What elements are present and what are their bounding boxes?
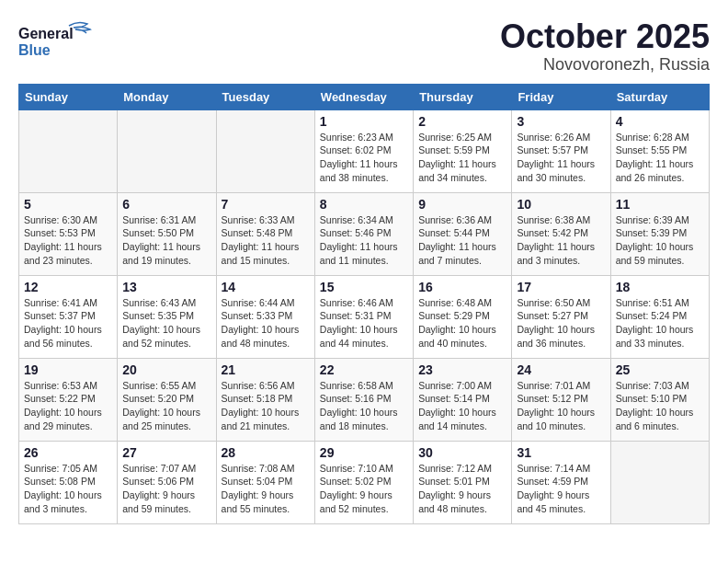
day-info: Sunrise: 6:48 AM Sunset: 5:29 PM Dayligh…	[418, 296, 506, 350]
day-info: Sunrise: 7:10 AM Sunset: 5:02 PM Dayligh…	[320, 462, 408, 516]
calendar-cell: 2Sunrise: 6:25 AM Sunset: 5:59 PM Daylig…	[414, 109, 512, 192]
day-number: 25	[616, 362, 704, 377]
day-info: Sunrise: 7:05 AM Sunset: 5:08 PM Dayligh…	[24, 462, 112, 516]
calendar-cell: 15Sunrise: 6:46 AM Sunset: 5:31 PM Dayli…	[314, 275, 413, 358]
calendar-cell	[19, 109, 118, 192]
calendar-cell: 28Sunrise: 7:08 AM Sunset: 5:04 PM Dayli…	[216, 441, 314, 523]
day-number: 4	[616, 114, 704, 129]
day-info: Sunrise: 6:34 AM Sunset: 5:46 PM Dayligh…	[320, 213, 408, 268]
page-header: General Blue October 2025 Novovoronezh, …	[18, 18, 710, 75]
svg-text:General: General	[18, 26, 74, 41]
day-number: 14	[222, 280, 310, 294]
day-number: 16	[418, 280, 506, 294]
day-info: Sunrise: 6:46 AM Sunset: 5:31 PM Dayligh…	[320, 296, 408, 350]
day-info: Sunrise: 7:14 AM Sunset: 4:59 PM Dayligh…	[517, 462, 605, 516]
calendar-cell: 9Sunrise: 6:36 AM Sunset: 5:44 PM Daylig…	[414, 192, 512, 275]
calendar-cell: 5Sunrise: 6:30 AM Sunset: 5:53 PM Daylig…	[19, 192, 118, 275]
calendar-cell: 24Sunrise: 7:01 AM Sunset: 5:12 PM Dayli…	[512, 358, 610, 441]
day-number: 2	[418, 114, 506, 129]
calendar-cell: 31Sunrise: 7:14 AM Sunset: 4:59 PM Dayli…	[512, 441, 610, 523]
logo: General Blue	[18, 18, 101, 60]
day-info: Sunrise: 6:23 AM Sunset: 6:02 PM Dayligh…	[320, 131, 408, 185]
day-number: 19	[24, 362, 112, 377]
day-number: 27	[122, 445, 210, 460]
day-number: 26	[24, 445, 112, 460]
day-number: 10	[517, 197, 605, 212]
weekday-header-thursday: Thursday	[414, 84, 512, 109]
calendar-cell: 29Sunrise: 7:10 AM Sunset: 5:02 PM Dayli…	[314, 441, 413, 523]
day-number: 13	[122, 280, 210, 294]
calendar-cell: 11Sunrise: 6:39 AM Sunset: 5:39 PM Dayli…	[610, 192, 709, 275]
day-info: Sunrise: 6:33 AM Sunset: 5:48 PM Dayligh…	[222, 213, 310, 268]
weekday-header-row: SundayMondayTuesdayWednesdayThursdayFrid…	[19, 84, 710, 109]
day-number: 23	[418, 362, 506, 377]
calendar-week-2: 5Sunrise: 6:30 AM Sunset: 5:53 PM Daylig…	[19, 192, 710, 275]
calendar-cell: 30Sunrise: 7:12 AM Sunset: 5:01 PM Dayli…	[414, 441, 512, 523]
day-info: Sunrise: 6:56 AM Sunset: 5:18 PM Dayligh…	[222, 379, 310, 433]
calendar-cell: 8Sunrise: 6:34 AM Sunset: 5:46 PM Daylig…	[314, 192, 413, 275]
day-info: Sunrise: 6:53 AM Sunset: 5:22 PM Dayligh…	[24, 379, 112, 433]
calendar-cell	[610, 441, 709, 523]
calendar-week-4: 19Sunrise: 6:53 AM Sunset: 5:22 PM Dayli…	[19, 358, 710, 441]
day-number: 11	[616, 197, 704, 212]
calendar-cell: 13Sunrise: 6:43 AM Sunset: 5:35 PM Dayli…	[118, 275, 216, 358]
location-title: Novovoronezh, Russia	[500, 55, 710, 75]
day-info: Sunrise: 6:55 AM Sunset: 5:20 PM Dayligh…	[122, 379, 210, 433]
day-info: Sunrise: 7:08 AM Sunset: 5:04 PM Dayligh…	[222, 462, 310, 516]
calendar-cell: 10Sunrise: 6:38 AM Sunset: 5:42 PM Dayli…	[512, 192, 610, 275]
month-title: October 2025	[500, 18, 710, 55]
logo-svg: General Blue	[18, 18, 101, 60]
day-info: Sunrise: 7:12 AM Sunset: 5:01 PM Dayligh…	[418, 462, 506, 516]
day-number: 30	[418, 445, 506, 460]
day-number: 22	[320, 362, 408, 377]
calendar-cell: 4Sunrise: 6:28 AM Sunset: 5:55 PM Daylig…	[610, 109, 709, 192]
day-info: Sunrise: 6:26 AM Sunset: 5:57 PM Dayligh…	[517, 131, 605, 185]
weekday-header-saturday: Saturday	[610, 84, 709, 109]
day-number: 9	[418, 197, 506, 212]
day-info: Sunrise: 6:43 AM Sunset: 5:35 PM Dayligh…	[122, 296, 210, 350]
day-number: 21	[222, 362, 310, 377]
day-number: 6	[122, 197, 210, 212]
calendar-week-1: 1Sunrise: 6:23 AM Sunset: 6:02 PM Daylig…	[19, 109, 710, 192]
day-info: Sunrise: 6:31 AM Sunset: 5:50 PM Dayligh…	[122, 213, 210, 268]
title-block: October 2025 Novovoronezh, Russia	[500, 18, 710, 75]
day-number: 8	[320, 197, 408, 212]
calendar-cell: 12Sunrise: 6:41 AM Sunset: 5:37 PM Dayli…	[19, 275, 118, 358]
day-info: Sunrise: 6:25 AM Sunset: 5:59 PM Dayligh…	[418, 131, 506, 185]
calendar-cell: 3Sunrise: 6:26 AM Sunset: 5:57 PM Daylig…	[512, 109, 610, 192]
calendar-cell: 6Sunrise: 6:31 AM Sunset: 5:50 PM Daylig…	[118, 192, 216, 275]
day-info: Sunrise: 6:36 AM Sunset: 5:44 PM Dayligh…	[418, 213, 506, 268]
day-number: 7	[222, 197, 310, 212]
calendar-cell: 7Sunrise: 6:33 AM Sunset: 5:48 PM Daylig…	[216, 192, 314, 275]
weekday-header-wednesday: Wednesday	[314, 84, 413, 109]
svg-text:Blue: Blue	[18, 42, 51, 58]
day-number: 28	[222, 445, 310, 460]
calendar-cell: 21Sunrise: 6:56 AM Sunset: 5:18 PM Dayli…	[216, 358, 314, 441]
day-info: Sunrise: 6:30 AM Sunset: 5:53 PM Dayligh…	[24, 213, 112, 268]
calendar-cell: 27Sunrise: 7:07 AM Sunset: 5:06 PM Dayli…	[118, 441, 216, 523]
weekday-header-tuesday: Tuesday	[216, 84, 314, 109]
day-info: Sunrise: 6:50 AM Sunset: 5:27 PM Dayligh…	[517, 296, 605, 350]
weekday-header-friday: Friday	[512, 84, 610, 109]
day-info: Sunrise: 7:00 AM Sunset: 5:14 PM Dayligh…	[418, 379, 506, 433]
day-number: 20	[122, 362, 210, 377]
day-info: Sunrise: 7:01 AM Sunset: 5:12 PM Dayligh…	[517, 379, 605, 433]
calendar-cell: 22Sunrise: 6:58 AM Sunset: 5:16 PM Dayli…	[314, 358, 413, 441]
calendar-cell: 23Sunrise: 7:00 AM Sunset: 5:14 PM Dayli…	[414, 358, 512, 441]
calendar-cell: 25Sunrise: 7:03 AM Sunset: 5:10 PM Dayli…	[610, 358, 709, 441]
calendar-cell: 14Sunrise: 6:44 AM Sunset: 5:33 PM Dayli…	[216, 275, 314, 358]
calendar-week-3: 12Sunrise: 6:41 AM Sunset: 5:37 PM Dayli…	[19, 275, 710, 358]
day-number: 5	[24, 197, 112, 212]
day-number: 29	[320, 445, 408, 460]
calendar-cell: 19Sunrise: 6:53 AM Sunset: 5:22 PM Dayli…	[19, 358, 118, 441]
day-info: Sunrise: 6:28 AM Sunset: 5:55 PM Dayligh…	[616, 131, 704, 185]
calendar-cell: 20Sunrise: 6:55 AM Sunset: 5:20 PM Dayli…	[118, 358, 216, 441]
day-info: Sunrise: 6:58 AM Sunset: 5:16 PM Dayligh…	[320, 379, 408, 433]
calendar-week-5: 26Sunrise: 7:05 AM Sunset: 5:08 PM Dayli…	[19, 441, 710, 523]
day-number: 1	[320, 114, 408, 129]
day-info: Sunrise: 7:07 AM Sunset: 5:06 PM Dayligh…	[122, 462, 210, 516]
calendar-cell: 16Sunrise: 6:48 AM Sunset: 5:29 PM Dayli…	[414, 275, 512, 358]
day-info: Sunrise: 6:51 AM Sunset: 5:24 PM Dayligh…	[616, 296, 704, 350]
day-number: 18	[616, 280, 704, 294]
day-info: Sunrise: 6:44 AM Sunset: 5:33 PM Dayligh…	[222, 296, 310, 350]
